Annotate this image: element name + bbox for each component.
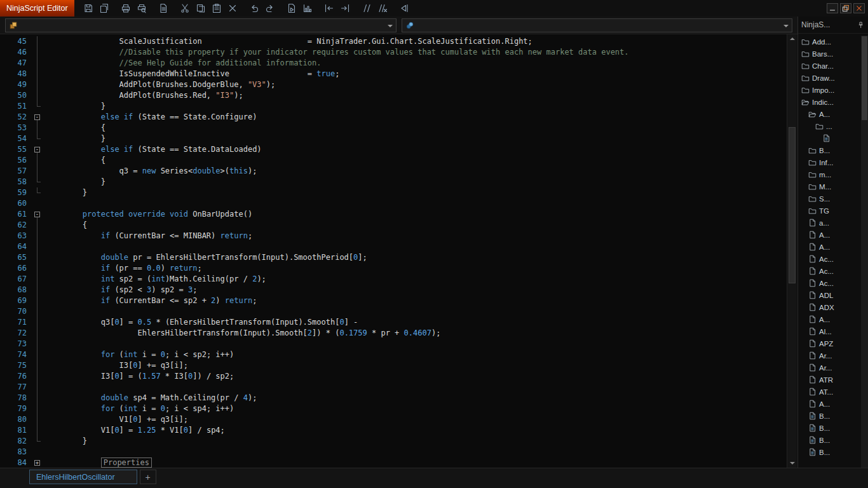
new-tab-button[interactable]: + bbox=[140, 470, 156, 484]
explorer-folder-item[interactable]: ... bbox=[798, 120, 861, 132]
cut-button[interactable] bbox=[177, 1, 193, 16]
code-line[interactable]: 58 } bbox=[0, 177, 787, 187]
code-line[interactable]: 52- else if (State == State.Configure) bbox=[0, 112, 787, 123]
code-line[interactable]: 81 V1[0] = 1.25 * V1[0] / sp4; bbox=[0, 425, 787, 436]
scrollbar-thumb[interactable] bbox=[789, 127, 796, 283]
explorer-file-item[interactable]: A... bbox=[798, 313, 861, 325]
editor-vertical-scrollbar[interactable] bbox=[787, 34, 797, 468]
explorer-file-item[interactable]: B... bbox=[798, 434, 861, 446]
explorer-file-item[interactable]: B... bbox=[798, 410, 861, 422]
explorer-folder-item[interactable]: Char... bbox=[798, 60, 861, 72]
explorer-file-item[interactable]: A... bbox=[798, 398, 861, 410]
explorer-file-item[interactable]: a... bbox=[798, 217, 861, 229]
chevron-down-icon[interactable] bbox=[388, 25, 393, 30]
explorer-file-item[interactable]: ADL bbox=[798, 289, 861, 301]
print-button[interactable] bbox=[118, 1, 134, 16]
copy-button[interactable] bbox=[193, 1, 209, 16]
close-button[interactable] bbox=[853, 3, 865, 13]
code-line[interactable]: 79 for (int i = 0; i < sp4; i++) bbox=[0, 403, 787, 414]
explorer-folder-item[interactable]: Draw... bbox=[798, 72, 861, 84]
pin-icon[interactable] bbox=[857, 21, 865, 29]
code-line[interactable]: 76 I3[0] = (1.57 * I3[0]) / sp2; bbox=[0, 371, 787, 382]
explorer-file-item[interactable]: APZ bbox=[798, 337, 861, 349]
code-line[interactable]: 83 bbox=[0, 447, 787, 458]
explorer-file-item[interactable]: Ac... bbox=[798, 277, 861, 289]
explorer-folder-item[interactable]: m... bbox=[798, 168, 861, 180]
fold-toggle-icon[interactable]: - bbox=[32, 112, 43, 123]
code-line[interactable]: 59 } bbox=[0, 187, 787, 198]
fold-toggle-icon[interactable]: - bbox=[32, 209, 43, 220]
code-line[interactable]: 53 { bbox=[0, 123, 787, 133]
run-file-button[interactable] bbox=[284, 1, 300, 16]
code-editor[interactable]: 45 ScaleJustification = NinjaTrader.Gui.… bbox=[0, 34, 787, 468]
print-preview-button[interactable] bbox=[134, 1, 150, 16]
undo-button[interactable] bbox=[247, 1, 262, 16]
class-selector[interactable] bbox=[5, 18, 397, 32]
explorer-file-item[interactable]: B... bbox=[798, 446, 861, 458]
code-line[interactable]: 50 AddPlot(Brushes.Red, "I3"); bbox=[0, 90, 787, 101]
save-all-button[interactable] bbox=[97, 1, 112, 16]
explorer-folder-item[interactable]: Impo... bbox=[798, 84, 861, 96]
explorer-folder-item[interactable]: M... bbox=[798, 180, 861, 193]
code-line[interactable]: 74 for (int i = 0; i < sp2; i++) bbox=[0, 349, 787, 360]
code-line[interactable]: 45 ScaleJustification = NinjaTrader.Gui.… bbox=[0, 36, 787, 47]
fold-toggle-icon[interactable]: - bbox=[32, 144, 43, 155]
code-line[interactable]: 56 { bbox=[0, 155, 787, 166]
code-line[interactable]: 77 bbox=[0, 382, 787, 393]
explorer-file-item[interactable] bbox=[798, 132, 861, 144]
code-line[interactable]: 68 if (sp2 < 3) sp2 = 3; bbox=[0, 285, 787, 295]
code-line[interactable]: 51 } bbox=[0, 101, 787, 112]
code-line[interactable]: 64 bbox=[0, 241, 787, 252]
redo-button[interactable] bbox=[262, 1, 278, 16]
code-line[interactable]: 72 EhlersHilbertTransform(Input).Smooth[… bbox=[0, 328, 787, 339]
explorer-folder-item[interactable]: Indic... bbox=[798, 96, 861, 108]
code-line[interactable]: 65 double pr = EhlersHilbertTransform(In… bbox=[0, 252, 787, 263]
code-line[interactable]: 55- else if (State == State.DataLoaded) bbox=[0, 144, 787, 155]
outdent-button[interactable] bbox=[322, 1, 337, 16]
explorer-file-item[interactable]: AT... bbox=[798, 386, 861, 398]
explorer-folder-item[interactable]: S... bbox=[798, 193, 861, 205]
code-line[interactable]: 82 } bbox=[0, 436, 787, 447]
explorer-scrollbar[interactable] bbox=[861, 36, 868, 468]
code-line[interactable]: 67 int sp2 = (int)Math.Ceiling(pr / 2); bbox=[0, 274, 787, 285]
explorer-file-item[interactable]: ATR bbox=[798, 374, 861, 386]
code-line[interactable]: 63 if (CurrentBar <= MINBAR) return; bbox=[0, 231, 787, 241]
code-line[interactable]: 48 IsSuspendedWhileInactive = true; bbox=[0, 69, 787, 79]
fold-toggle-icon[interactable]: + bbox=[32, 458, 43, 468]
scroll-down-button[interactable] bbox=[790, 462, 795, 464]
restore-button[interactable] bbox=[840, 3, 851, 13]
code-line[interactable]: 75 I3[0] += q3[i]; bbox=[0, 360, 787, 371]
code-line[interactable]: 61- protected override void OnBarUpdate(… bbox=[0, 209, 787, 220]
document-button[interactable] bbox=[156, 1, 172, 16]
explorer-folder-item[interactable]: Bars... bbox=[798, 48, 861, 60]
compile-button[interactable] bbox=[397, 1, 412, 16]
explorer-file-item[interactable]: Ac... bbox=[798, 265, 861, 277]
explorer-file-item[interactable]: Ar... bbox=[798, 362, 861, 374]
minimize-button[interactable] bbox=[827, 3, 838, 13]
explorer-folder-item[interactable]: B... bbox=[798, 144, 861, 156]
explorer-folder-item[interactable]: Inf... bbox=[798, 156, 861, 168]
comment-button[interactable] bbox=[359, 1, 375, 16]
tab-ehlershilbertoscillator[interactable]: EhlersHilbertOscillator bbox=[29, 470, 137, 484]
explorer-folder-item[interactable]: A... bbox=[798, 108, 861, 120]
chevron-down-icon[interactable] bbox=[783, 25, 789, 30]
explorer-file-item[interactable]: B... bbox=[798, 422, 861, 434]
chart-button[interactable] bbox=[300, 1, 316, 16]
explorer-file-item[interactable]: A... bbox=[798, 241, 861, 253]
code-line[interactable]: 69 if (CurrentBar <= sp2 + 2) return; bbox=[0, 295, 787, 306]
explorer-file-item[interactable]: ADX bbox=[798, 301, 861, 313]
explorer-file-item[interactable]: Al... bbox=[798, 325, 861, 337]
explorer-file-item[interactable]: A... bbox=[798, 229, 861, 241]
code-line[interactable]: 80 V1[0] += q3[i]; bbox=[0, 414, 787, 425]
code-line[interactable]: 66 if (pr == 0.0) return; bbox=[0, 263, 787, 274]
uncomment-button[interactable] bbox=[375, 1, 391, 16]
save-button[interactable] bbox=[81, 1, 97, 16]
code-line[interactable]: 62 { bbox=[0, 220, 787, 231]
code-line[interactable]: 60 bbox=[0, 198, 787, 209]
code-line[interactable]: 57 q3 = new Series<double>(this); bbox=[0, 166, 787, 177]
explorer-folder-item[interactable]: TG bbox=[798, 205, 861, 217]
code-line[interactable]: 78 double sp4 = Math.Ceiling(pr / 4); bbox=[0, 393, 787, 403]
explorer-file-item[interactable]: Ac... bbox=[798, 253, 861, 265]
code-line[interactable]: 70 bbox=[0, 306, 787, 317]
explorer-folder-item[interactable]: Add... bbox=[798, 36, 861, 48]
